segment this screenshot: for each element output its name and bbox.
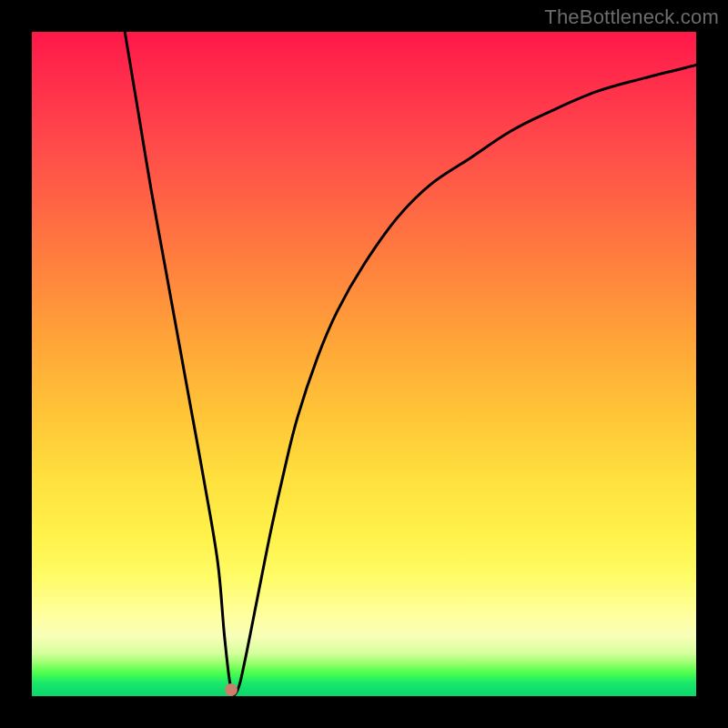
chart-frame: TheBottleneck.com bbox=[0, 0, 728, 728]
plot-area bbox=[32, 32, 696, 696]
watermark-text: TheBottleneck.com bbox=[544, 5, 719, 29]
bottleneck-curve bbox=[32, 32, 696, 696]
minimum-dot bbox=[225, 683, 238, 696]
